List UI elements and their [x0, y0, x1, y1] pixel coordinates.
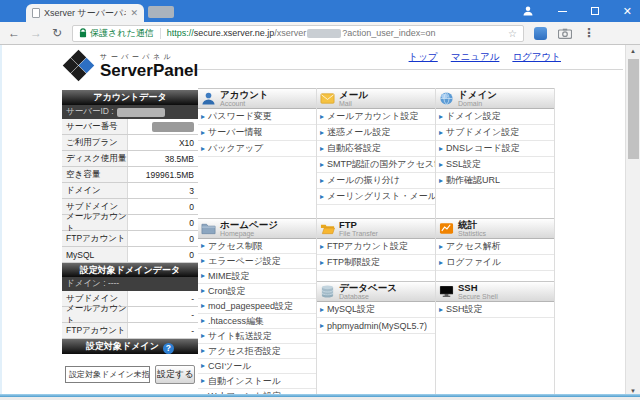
- arrow-icon: ▸: [439, 243, 443, 251]
- menu-item[interactable]: ▸MySQL設定: [317, 302, 435, 318]
- target-domain-row: ドメイン : ----: [62, 277, 198, 291]
- tab-title: Xserver サーバーパネル: [44, 7, 126, 20]
- top-nav-link[interactable]: ログアウト: [512, 51, 561, 64]
- browser-tab[interactable]: Xserver サーバーパネル ✕: [26, 4, 144, 22]
- section-stats: 統計Statistics ▸アクセス解析▸ログファイル: [436, 218, 554, 271]
- tab-close-icon[interactable]: ✕: [130, 9, 138, 18]
- secure-label: 保護された通信: [90, 27, 154, 40]
- menu-item[interactable]: ▸サイト転送設定: [198, 329, 316, 344]
- apply-domain-button[interactable]: 設定する: [155, 365, 195, 384]
- menu-item[interactable]: ▸mod_pagespeed設定: [198, 299, 316, 314]
- bookmark-star-icon[interactable]: ☆: [508, 28, 517, 39]
- menu-item[interactable]: ▸ログファイル: [436, 255, 554, 271]
- menu-item[interactable]: ▸メーリングリスト・メールマガジン: [317, 189, 435, 205]
- camera-extension-icon[interactable]: [558, 28, 572, 39]
- menu-item[interactable]: ▸.htaccess編集: [198, 314, 316, 329]
- chrome-menu-icon[interactable]: ⋮: [583, 26, 595, 40]
- menu-item[interactable]: ▸エラーページ設定: [198, 254, 316, 269]
- top-nav-link[interactable]: マニュアル: [451, 51, 500, 64]
- arrow-icon: ▸: [201, 272, 205, 280]
- arrow-icon: ▸: [201, 242, 205, 250]
- envelope-icon: [320, 91, 335, 106]
- menu-item[interactable]: ▸Cron設定: [198, 284, 316, 299]
- menu-item[interactable]: ▸ドメイン設定: [436, 109, 554, 125]
- scrollbar-thumb[interactable]: [628, 59, 639, 159]
- menu-item[interactable]: ▸動作確認URL: [436, 173, 554, 189]
- browser-titlebar: Xserver サーバーパネル ✕ ✕: [0, 0, 640, 22]
- menu-item[interactable]: ▸MIME設定: [198, 269, 316, 284]
- menu-item[interactable]: ▸DNSレコード設定: [436, 141, 554, 157]
- section-account: アカウントAccount ▸パスワード変更▸サーバー情報▸バックアップ: [198, 88, 316, 157]
- menu-item[interactable]: ▸FTPアカウント設定: [317, 239, 435, 255]
- close-window-button[interactable]: ✕: [623, 6, 632, 17]
- account-data-rows: ご利用プラン X10 ディスク使用量 38.5MB 空き容量 199961.5M…: [62, 135, 198, 263]
- menu-item[interactable]: ▸FTP制限設定: [317, 255, 435, 271]
- menu-item[interactable]: ▸SMTP認証の国外アクセス制限設定: [317, 157, 435, 173]
- section-stats-header: 統計Statistics: [436, 218, 554, 239]
- sidebar-row: メールアカウント -: [62, 307, 198, 323]
- censored-newtab-area: [148, 6, 174, 18]
- minimize-button[interactable]: [558, 11, 567, 12]
- sidebar-row: ご利用プラン X10: [62, 135, 198, 151]
- menu-grid: アカウントAccount ▸パスワード変更▸サーバー情報▸バックアップ ホームペ…: [198, 88, 555, 394]
- scroll-up-icon[interactable]: ▲: [626, 48, 640, 54]
- folder-icon: [201, 221, 216, 236]
- menu-item[interactable]: ▸SSL設定: [436, 157, 554, 173]
- menu-item[interactable]: ▸メールアカウント設定: [317, 109, 435, 125]
- target-domain-select-header: 設定対象ドメイン: [62, 339, 198, 354]
- server-id-row: サーバーID :: [62, 105, 198, 119]
- help-icon[interactable]: [163, 343, 174, 354]
- arrow-icon: ▸: [439, 161, 443, 169]
- menu-item[interactable]: ▸phpmyadmin(MySQL5.7): [317, 318, 435, 334]
- globe-icon: [439, 91, 454, 106]
- menu-item[interactable]: ▸迷惑メール設定: [317, 125, 435, 141]
- menu-column-2: メールMail ▸メールアカウント設定▸迷惑メール設定▸自動応答設定▸SMTP認…: [317, 88, 436, 394]
- menu-item[interactable]: ▸バックアップ: [198, 141, 316, 157]
- section-domain-header: ドメインDomain: [436, 88, 554, 109]
- sidebar-row: FTPアカウント 0: [62, 231, 198, 247]
- arrow-icon: ▸: [439, 306, 443, 314]
- extension-icon[interactable]: [534, 27, 547, 40]
- page-scrollbar[interactable]: ▲ ▼: [625, 45, 640, 397]
- menu-item[interactable]: ▸CGIツール: [198, 359, 316, 374]
- section-mail: メールMail ▸メールアカウント設定▸迷惑メール設定▸自動応答設定▸SMTP認…: [317, 88, 435, 205]
- page-favicon-icon: [32, 8, 40, 18]
- sidebar-row: メールアカウント 0: [62, 215, 198, 231]
- arrow-icon: ▸: [201, 317, 205, 325]
- refresh-button[interactable]: ↻: [52, 27, 62, 39]
- top-nav-link[interactable]: トップ: [409, 51, 438, 64]
- target-domain-select[interactable]: 設定対象ドメイン未指 ▼: [65, 366, 150, 383]
- url-bar[interactable]: 保護された通信 https://secure.xserver.ne.jp/xse…: [72, 25, 524, 42]
- arrow-icon: ▸: [320, 113, 324, 121]
- maximize-button[interactable]: [591, 7, 599, 15]
- arrow-icon: ▸: [201, 332, 205, 340]
- section-ftp: FTPFile Transfer ▸FTPアカウント設定▸FTP制限設定: [317, 218, 435, 271]
- section-ssh: SSHSecure Shell ▸SSH設定: [436, 281, 554, 318]
- arrow-icon: ▸: [320, 193, 324, 201]
- account-data-header: アカウントデータ: [62, 90, 198, 105]
- back-button[interactable]: ←: [8, 27, 20, 39]
- sidebar-row: ディスク使用量 38.5MB: [62, 151, 198, 167]
- section-homepage: ホームページHomepage ▸アクセス制限▸エラーページ設定▸MIME設定▸C…: [198, 218, 316, 394]
- arrow-icon: ▸: [201, 347, 205, 355]
- menu-item[interactable]: ▸パスワード変更: [198, 109, 316, 125]
- forward-button[interactable]: →: [30, 27, 42, 39]
- menu-item[interactable]: ▸アクセス解析: [436, 239, 554, 255]
- browser-toolbar: ← → ↻ 保護された通信 https://secure.xserver.ne.…: [0, 22, 640, 45]
- sidebar-row: ドメイン 3: [62, 183, 198, 199]
- menu-item[interactable]: ▸メールの振り分け: [317, 173, 435, 189]
- menu-item[interactable]: ▸自動インストール: [198, 374, 316, 389]
- user-icon: [201, 91, 216, 106]
- profile-icon[interactable]: [522, 5, 534, 17]
- menu-item[interactable]: ▸アクセス拒否設定: [198, 344, 316, 359]
- menu-item[interactable]: ▸自動応答設定: [317, 141, 435, 157]
- menu-item[interactable]: ▸サーバー情報: [198, 125, 316, 141]
- arrow-icon: ▸: [201, 362, 205, 370]
- section-database: データベースDatabase ▸MySQL設定▸phpmyadmin(MySQL…: [317, 281, 435, 334]
- url-path: /xserver: [274, 28, 306, 38]
- menu-item[interactable]: ▸サブドメイン設定: [436, 125, 554, 141]
- menu-item[interactable]: ▸SSH設定: [436, 302, 554, 318]
- arrow-icon: ▸: [439, 129, 443, 137]
- menu-item[interactable]: ▸アクセス制限: [198, 239, 316, 254]
- section-homepage-header: ホームページHomepage: [198, 218, 316, 239]
